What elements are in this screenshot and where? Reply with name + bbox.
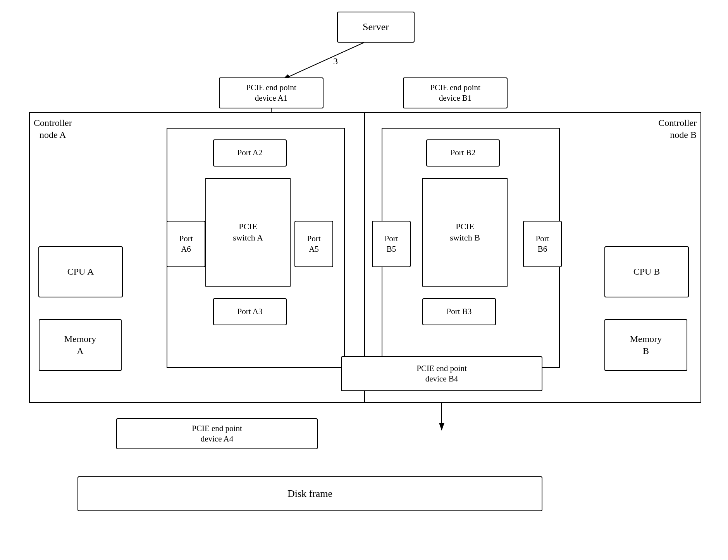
pcie-b1-label: PCIE end point device B1 [430, 82, 480, 104]
controller-node-a-label: Controller node A [34, 117, 72, 141]
port-b6-box: Port B6 [523, 221, 562, 267]
disk-frame-box: Disk frame [77, 476, 542, 511]
port-a3-box: Port A3 [213, 298, 287, 325]
svg-line-1 [283, 43, 364, 79]
disk-frame-label: Disk frame [287, 487, 332, 500]
port-b3-box: Port B3 [422, 298, 496, 325]
port-a3-label: Port A3 [238, 306, 263, 317]
ref-3-label: 3 [333, 56, 338, 67]
diagram: Server 3 PCIE end point device A1 PCIE e… [0, 0, 728, 560]
memory-a-box: Memory A [39, 319, 122, 371]
port-b6-label: Port B6 [535, 234, 549, 255]
pcie-switch-a-inner: PCIE switch A [205, 178, 291, 287]
port-a6-box: Port A6 [167, 221, 205, 267]
port-a2-label: Port A2 [238, 148, 263, 158]
port-b2-label: Port B2 [451, 148, 476, 158]
server-box: Server [337, 12, 415, 43]
port-b5-label: Port B5 [384, 234, 398, 255]
pcie-b1-box: PCIE end point device B1 [403, 77, 508, 108]
pcie-switch-b-label: PCIE switch B [450, 221, 480, 243]
port-a5-box: Port A5 [294, 221, 333, 267]
memory-a-label: Memory A [64, 333, 96, 357]
pcie-a4-box: PCIE end point device A4 [116, 418, 318, 449]
memory-b-box: Memory B [604, 319, 687, 371]
cpu-b-label: CPU B [633, 266, 660, 278]
port-b3-label: Port B3 [447, 306, 472, 317]
port-a5-label: Port A5 [307, 234, 320, 255]
pcie-a1-box: PCIE end point device A1 [219, 77, 324, 108]
port-b2-box: Port B2 [426, 139, 500, 167]
pcie-b4-box: PCIE end point device B4 [341, 356, 542, 391]
pcie-switch-b-inner: PCIE switch B [422, 178, 508, 287]
cpu-a-box: CPU A [38, 246, 123, 297]
port-b5-box: Port B5 [372, 221, 411, 267]
server-label: Server [363, 21, 389, 34]
port-a2-box: Port A2 [213, 139, 287, 167]
pcie-a4-label: PCIE end point device A4 [192, 423, 242, 445]
cpu-b-box: CPU B [604, 246, 689, 297]
port-a6-label: Port A6 [179, 234, 193, 255]
cpu-a-label: CPU A [67, 266, 94, 278]
pcie-b4-label: PCIE end point device B4 [416, 363, 467, 385]
controller-node-b-label: Controller node B [658, 117, 697, 141]
pcie-a1-label: PCIE end point device A1 [246, 82, 296, 104]
memory-b-label: Memory B [630, 333, 662, 357]
pcie-switch-a-label: PCIE switch A [233, 221, 263, 243]
